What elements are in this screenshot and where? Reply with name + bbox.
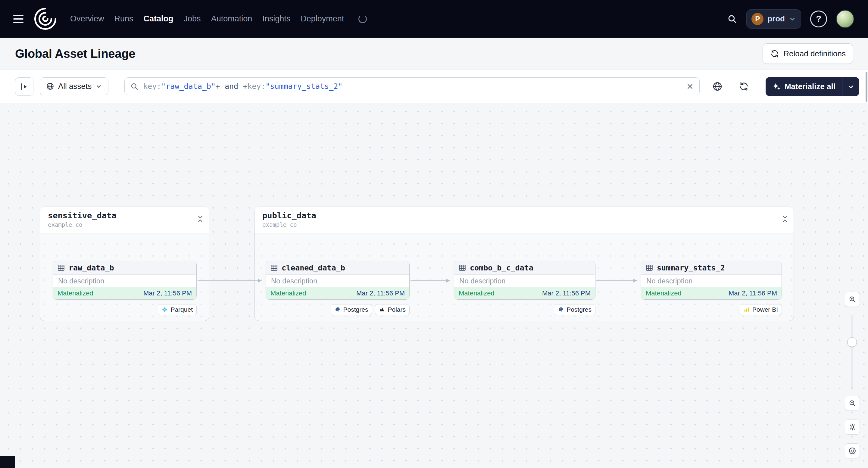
materialization-timestamp[interactable]: Mar 2, 11:56 PM	[356, 289, 405, 297]
asset-scope-label: All assets	[58, 82, 92, 91]
graph-settings-button[interactable]	[845, 419, 860, 435]
materialize-all-label: Materialize all	[784, 82, 835, 91]
gear-icon	[848, 423, 856, 431]
kind-tag-label: Power BI	[752, 306, 778, 313]
asset-scope-dropdown[interactable]: All assets	[40, 77, 108, 95]
scrollbar-thumb[interactable]	[866, 72, 867, 102]
asset-tags-combo-b-c-data: Postgres	[454, 304, 595, 315]
feedback-button[interactable]	[845, 443, 860, 458]
refresh-icon	[739, 81, 749, 92]
table-icon	[57, 264, 65, 272]
asset-name: combo_b_c_data	[470, 263, 533, 272]
zoom-out-button[interactable]	[845, 396, 860, 411]
polars-icon	[379, 307, 385, 313]
table-icon	[458, 264, 466, 272]
asset-node-header: summary_stats_2	[641, 261, 781, 275]
app-window: Overview Runs Catalog Jobs Automation In…	[0, 0, 868, 468]
lineage-scope-globe-button[interactable]	[708, 77, 727, 96]
environment-avatar: P	[751, 13, 764, 25]
zoom-slider[interactable]	[851, 316, 853, 388]
nav-right-cluster: P prod ?	[727, 9, 854, 29]
page-header: Global Asset Lineage Reload definitions	[0, 38, 868, 70]
zoom-slider-handle[interactable]	[847, 337, 857, 347]
globe-icon	[46, 82, 54, 90]
panel-toggle-icon	[20, 82, 29, 91]
kind-tag-postgres[interactable]: Postgres	[331, 304, 372, 315]
asset-description: No description	[641, 275, 781, 287]
asset-description: No description	[266, 275, 409, 287]
table-icon	[270, 264, 278, 272]
page-title: Global Asset Lineage	[15, 47, 135, 61]
asset-selection-input[interactable]: key:"raw_data_b"+ and +key:"summary_stat…	[124, 77, 700, 95]
materialize-all-button[interactable]: Materialize all	[766, 77, 842, 96]
asset-status-row: Materialized Mar 2, 11:56 PM	[641, 287, 781, 299]
kind-tag-label: Postgres	[566, 306, 591, 313]
nav-item-runs[interactable]: Runs	[115, 14, 133, 24]
nav-item-overview[interactable]: Overview	[70, 14, 104, 24]
smiley-icon	[848, 447, 856, 455]
user-avatar[interactable]	[836, 10, 854, 28]
asset-status-row: Materialized Mar 2, 11:56 PM	[53, 287, 196, 299]
table-icon	[645, 264, 653, 272]
materialization-timestamp[interactable]: Mar 2, 11:56 PM	[728, 289, 777, 297]
help-glyph: ?	[816, 14, 821, 24]
materialize-all-split-button: Materialize all	[766, 77, 859, 96]
zoom-in-icon	[848, 295, 856, 303]
kind-tag-label: Postgres	[343, 306, 368, 313]
help-button[interactable]: ?	[810, 10, 827, 27]
zoom-in-button[interactable]	[845, 292, 860, 307]
asset-tags-raw-data-b: Parquet	[53, 304, 197, 315]
lineage-canvas[interactable]: sensitive_data example_co public_data ex…	[0, 103, 868, 468]
status-badge: Materialized	[58, 289, 93, 297]
kind-tag-powerbi[interactable]: Power BI	[740, 304, 782, 315]
powerbi-icon	[744, 307, 750, 313]
asset-name: summary_stats_2	[657, 263, 725, 272]
nav-item-automation[interactable]: Automation	[211, 14, 252, 24]
asset-description: No description	[53, 275, 196, 287]
asset-status-row: Materialized Mar 2, 11:56 PM	[454, 287, 595, 299]
dagster-logo[interactable]	[34, 7, 57, 30]
asset-tags-summary-stats-2: Power BI	[641, 304, 782, 315]
open-left-panel-button[interactable]	[15, 77, 33, 96]
asset-name: cleaned_data_b	[282, 263, 345, 272]
top-nav: Overview Runs Catalog Jobs Automation In…	[0, 0, 868, 38]
search-icon[interactable]	[727, 14, 737, 24]
parquet-icon	[162, 307, 168, 313]
clear-search-button[interactable]	[686, 83, 694, 90]
asset-node-summary-stats-2[interactable]: summary_stats_2 No description Materiali…	[641, 261, 782, 300]
reload-definitions-button[interactable]: Reload definitions	[763, 43, 853, 64]
minimap-corner	[0, 456, 15, 468]
sparkle-icon	[772, 83, 781, 91]
status-badge: Materialized	[646, 289, 682, 297]
asset-status-row: Materialized Mar 2, 11:56 PM	[266, 287, 409, 299]
chevron-down-icon	[95, 83, 102, 90]
asset-description: No description	[454, 275, 595, 287]
asset-node-raw-data-b[interactable]: raw_data_b No description Materialized M…	[53, 261, 197, 300]
zoom-out-icon	[848, 399, 856, 407]
nav-item-jobs[interactable]: Jobs	[184, 14, 201, 24]
refresh-button[interactable]	[735, 77, 753, 96]
nav-item-deployment[interactable]: Deployment	[301, 14, 344, 24]
materialization-timestamp[interactable]: Mar 2, 11:56 PM	[143, 289, 192, 297]
chevron-down-icon	[789, 15, 796, 23]
nav-links: Overview Runs Catalog Jobs Automation In…	[70, 14, 367, 24]
postgres-icon	[335, 307, 341, 313]
asset-tags-cleaned-data-b: Postgres Polars	[266, 304, 410, 315]
search-icon	[130, 82, 138, 91]
kind-tag-postgres[interactable]: Postgres	[554, 304, 595, 315]
kind-tag-label: Parquet	[170, 306, 193, 313]
kind-tag-parquet[interactable]: Parquet	[158, 304, 197, 315]
hamburger-menu-icon[interactable]	[11, 13, 25, 25]
environment-name: prod	[767, 14, 785, 24]
nav-item-insights[interactable]: Insights	[262, 14, 290, 24]
nav-item-catalog[interactable]: Catalog	[144, 14, 174, 24]
asset-node-combo-b-c-data[interactable]: combo_b_c_data No description Materializ…	[454, 261, 595, 300]
environment-switcher[interactable]: P prod	[746, 9, 801, 29]
asset-node-cleaned-data-b[interactable]: cleaned_data_b No description Materializ…	[266, 261, 410, 300]
kind-tag-polars[interactable]: Polars	[375, 304, 410, 315]
materialization-timestamp[interactable]: Mar 2, 11:56 PM	[542, 289, 591, 297]
globe-icon	[712, 81, 722, 92]
reload-icon	[770, 49, 779, 58]
dagster-logo-icon	[34, 7, 57, 30]
materialize-options-button[interactable]	[842, 77, 859, 96]
